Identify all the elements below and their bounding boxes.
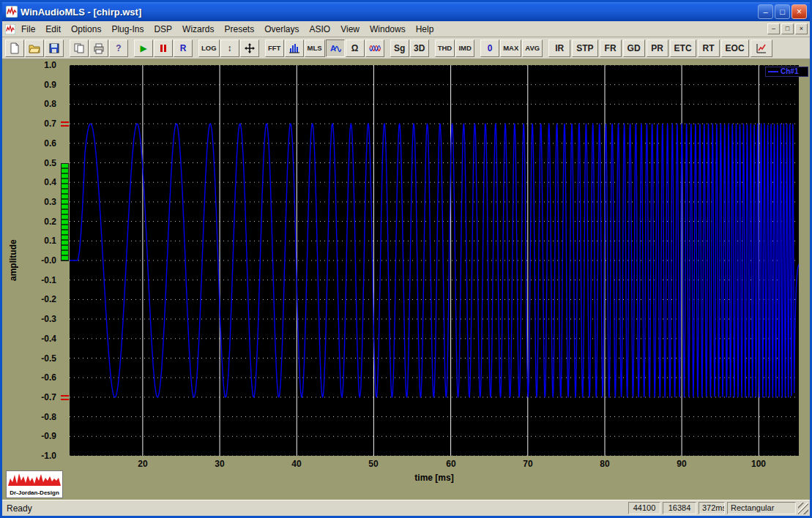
spectrum-button[interactable] [285, 40, 304, 57]
stp-button[interactable]: STP [572, 40, 597, 57]
menu-item-presets[interactable]: Presets [219, 23, 259, 36]
menu-item-help[interactable]: Help [411, 23, 439, 36]
log-scale-button[interactable]: LOG [198, 40, 220, 57]
thd-button[interactable]: THD [435, 40, 455, 57]
y-tick-label: -0.9 [2, 431, 56, 441]
y-tick-label: 0.1 [2, 236, 56, 246]
copy-button[interactable] [70, 40, 89, 57]
y-tick-label: -0.2 [2, 294, 56, 304]
max-label: MAX [503, 44, 518, 52]
awave-icon: A [329, 42, 341, 54]
fft-size-field: 16384 [663, 502, 696, 514]
mdi-close-button[interactable]: × [795, 23, 808, 34]
x-tick-label: 60 [438, 459, 464, 469]
move-icon [244, 42, 256, 54]
bars-icon [288, 42, 300, 54]
duration-field: 372ms [699, 502, 725, 514]
mls-button[interactable]: MLS [305, 40, 325, 57]
ir-button[interactable]: IR [548, 40, 570, 57]
new-button[interactable] [5, 40, 24, 57]
x-axis-title: time [ms] [376, 473, 493, 483]
vertical-zoom-button[interactable]: ↕ [220, 40, 239, 57]
scope-button[interactable]: A [326, 40, 345, 57]
eoc-button[interactable]: EOC [721, 40, 749, 57]
chart-icon [756, 42, 767, 54]
sg-label: Sg [394, 43, 405, 53]
y-tick-label: -0.5 [2, 353, 56, 364]
save-button[interactable] [45, 40, 64, 57]
x-tick-label: 90 [668, 459, 695, 469]
open-button[interactable] [25, 40, 44, 57]
toolbar-separator [475, 40, 480, 57]
gd-button[interactable]: GD [623, 40, 645, 57]
status-text: Ready [7, 503, 626, 514]
menu-item-file[interactable]: File [16, 23, 40, 36]
close-button[interactable]: × [791, 4, 807, 19]
y-tick-label: 0.2 [2, 217, 56, 227]
y-tick-label: 0.4 [2, 177, 56, 187]
print-icon [93, 42, 105, 54]
y-tick-label: -0.0 [2, 255, 56, 266]
fr-button[interactable]: FR [600, 40, 622, 57]
pause-icon [160, 45, 166, 52]
menu-item-plug-ins[interactable]: Plug-Ins [106, 23, 149, 36]
imd-button[interactable]: IMD [455, 40, 474, 57]
y-tick-label: -0.1 [2, 275, 56, 285]
help-button[interactable]: ? [109, 40, 128, 57]
open-icon [29, 42, 40, 54]
menu-item-dsp[interactable]: DSP [149, 23, 177, 36]
record-label: R [180, 43, 187, 53]
menu-item-windows[interactable]: Windows [365, 23, 411, 36]
x-tick-label: 70 [515, 459, 541, 469]
menu-item-overlays[interactable]: Overlays [259, 23, 304, 36]
new-icon [9, 42, 21, 54]
legend: Ch#1 [765, 67, 808, 77]
toolbar-separator [430, 40, 435, 57]
play-button[interactable]: ▶ [134, 40, 153, 57]
titlebar: WinAudioMLS - [chirp.wst] – □ × [2, 2, 810, 21]
restore-button[interactable]: □ [775, 4, 790, 19]
y-axis-ticks: 1.00.90.80.70.60.50.40.30.20.1-0.0-0.1-0… [2, 65, 58, 456]
pan-button[interactable] [240, 40, 259, 57]
resize-grip[interactable] [798, 503, 808, 514]
menu-item-wizards[interactable]: Wizards [177, 23, 219, 36]
pause-button[interactable] [154, 40, 173, 57]
plot-region: amplitude 1.00.90.80.70.60.50.40.30.20.1… [2, 59, 810, 500]
export-plot-button[interactable] [750, 40, 772, 57]
menu-item-edit[interactable]: Edit [40, 23, 66, 36]
zero-button[interactable]: 0 [480, 40, 499, 57]
3d-button[interactable]: 3D [410, 40, 429, 57]
max-button[interactable]: MAX [500, 40, 521, 57]
sg-button[interactable]: Sg [390, 40, 409, 57]
waveform-plot[interactable] [70, 65, 799, 456]
x-tick-label: 80 [592, 459, 618, 469]
pr-button[interactable]: PR [647, 40, 668, 57]
document-icon [4, 23, 16, 35]
print-button[interactable] [89, 40, 108, 57]
toolbar-separator [260, 40, 265, 57]
signal-generator-button[interactable] [365, 40, 384, 57]
menubar: FileEditOptionsPlug-InsDSPWizardsPresets… [2, 21, 810, 37]
menu-item-view[interactable]: View [335, 23, 365, 36]
mdi-minimize-button[interactable]: – [767, 23, 780, 34]
y-tick-label: 0.3 [2, 197, 56, 207]
mdi-restore-button[interactable]: □ [781, 23, 794, 34]
waveform-svg [70, 65, 799, 456]
y-tick-label: -0.7 [2, 392, 56, 402]
impedance-button[interactable]: Ω [346, 40, 365, 57]
menu-item-options[interactable]: Options [66, 23, 106, 36]
fft-button[interactable]: FFT [265, 40, 284, 57]
pr-label: PR [651, 43, 663, 53]
help-label: ? [116, 43, 121, 53]
menu-item-asio[interactable]: ASIO [304, 23, 335, 36]
x-tick-label: 40 [283, 459, 310, 469]
gd-label: GD [627, 43, 641, 53]
window-function-field: Rectangular [727, 502, 796, 514]
rt-button[interactable]: RT [698, 40, 720, 57]
avg-button[interactable]: AVG [522, 40, 543, 57]
window-controls: – □ × [758, 4, 807, 19]
etc-button[interactable]: ETC [670, 40, 696, 57]
minimize-button[interactable]: – [758, 4, 773, 19]
rt-label: RT [703, 43, 715, 53]
record-button[interactable]: R [174, 40, 193, 57]
